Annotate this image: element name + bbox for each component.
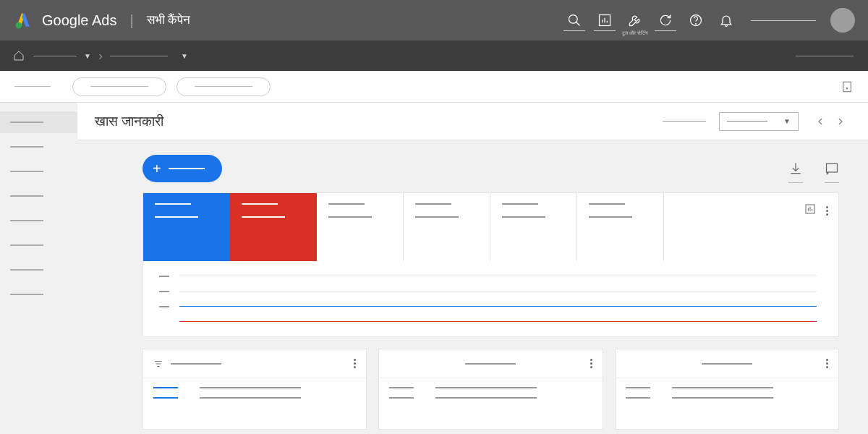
date-range-dropdown[interactable]: ▼ (719, 112, 799, 131)
brand-text: Google Ads (42, 12, 116, 29)
breadcrumb-item-2[interactable]: ▼ (110, 52, 188, 60)
main-header: Google Ads | सभी कैंपेन टूल और सेटिंग (0, 0, 868, 41)
more-icon[interactable] (826, 359, 828, 368)
summary-card (615, 349, 839, 430)
more-icon[interactable] (354, 359, 356, 368)
tools-icon[interactable]: टूल और सेटिंग (628, 13, 642, 27)
metric-cell[interactable] (230, 193, 317, 261)
page-title: खास जानकारी (95, 114, 163, 129)
metric-cell[interactable] (490, 193, 577, 261)
home-icon[interactable] (13, 50, 25, 61)
sidebar-item[interactable] (0, 234, 77, 256)
svg-rect-11 (827, 163, 838, 172)
metric-cell[interactable] (143, 193, 230, 261)
sidebar-item[interactable] (0, 210, 77, 231)
plus-icon: + (153, 161, 161, 177)
chevron-right-icon: › (98, 48, 103, 64)
next-icon[interactable] (835, 116, 846, 127)
sidebar-item[interactable] (0, 284, 77, 305)
search-icon[interactable] (567, 13, 582, 27)
filter-pill-1[interactable] (72, 77, 166, 96)
sort-icon[interactable] (153, 359, 163, 369)
title-bar: खास जानकारी ▼ (77, 103, 868, 140)
card-title (702, 363, 752, 365)
metric-cell[interactable] (404, 193, 490, 261)
tabs-bar (0, 71, 868, 103)
svg-point-1 (569, 15, 578, 24)
sidebar-item[interactable] (0, 111, 77, 133)
svg-line-2 (576, 22, 580, 26)
prev-icon[interactable] (814, 116, 826, 127)
svg-point-0 (16, 22, 22, 29)
refresh-icon[interactable] (658, 13, 673, 27)
tools-label: टूल और सेटिंग (622, 30, 649, 36)
page-subtitle: सभी कैंपेन (147, 13, 191, 27)
breadcrumb-item-1[interactable]: ▼ (33, 52, 91, 60)
google-ads-logo (13, 10, 33, 30)
sidebar-item[interactable] (0, 259, 77, 281)
card-title (171, 363, 221, 365)
svg-rect-9 (843, 82, 851, 92)
expand-chart-icon[interactable] (804, 203, 816, 218)
account-label[interactable] (751, 20, 816, 21)
summary-card (378, 349, 603, 430)
metrics-card (142, 192, 839, 337)
chart-area (143, 261, 838, 336)
sidebar (0, 103, 77, 434)
reports-icon[interactable] (597, 13, 612, 27)
notifications-icon[interactable] (719, 13, 733, 27)
new-campaign-button[interactable]: + (142, 155, 222, 182)
header-icons: टूल और सेटिंग (567, 13, 733, 27)
more-icon[interactable] (590, 359, 592, 368)
breadcrumb-right[interactable] (796, 56, 854, 56)
svg-point-10 (846, 88, 848, 89)
metric-cell[interactable] (317, 193, 404, 261)
feedback-icon[interactable] (825, 161, 839, 176)
download-icon[interactable] (788, 161, 803, 176)
more-icon[interactable] (826, 206, 828, 216)
metric-cell[interactable] (577, 193, 664, 261)
date-label (663, 121, 706, 122)
separator: | (129, 12, 133, 29)
svg-point-8 (696, 24, 697, 25)
avatar[interactable] (830, 8, 855, 33)
filter-pill-2[interactable] (176, 77, 271, 96)
sidebar-item[interactable] (0, 161, 77, 182)
summary-card (142, 349, 367, 430)
breadcrumb-bar: ▼ › ▼ (0, 41, 868, 71)
document-icon[interactable] (841, 80, 854, 93)
help-icon[interactable] (689, 13, 703, 27)
sidebar-item[interactable] (0, 136, 77, 158)
card-title (465, 363, 516, 365)
sidebar-item[interactable] (0, 185, 77, 207)
tab-item[interactable] (14, 86, 51, 87)
